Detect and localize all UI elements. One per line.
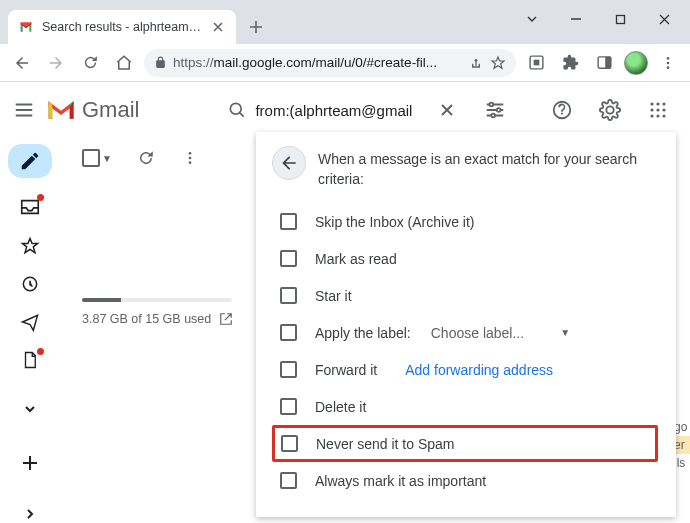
select-dropdown-icon[interactable]: ▼ (102, 153, 112, 164)
filter-checkbox[interactable] (280, 472, 297, 489)
browser-tab[interactable]: Search results - alphrteam@gmai... (8, 10, 236, 44)
filter-option-label: Never send it to Spam (316, 436, 455, 452)
starred-icon[interactable] (18, 236, 42, 256)
filter-option-label: Always mark it as important (315, 473, 486, 489)
filter-heading: When a message is an exact match for you… (318, 146, 658, 189)
search-box[interactable]: from:(alphrteam@gmail (213, 87, 471, 133)
chrome-menu-icon[interactable] (654, 49, 682, 77)
more-icon[interactable] (180, 148, 200, 168)
filter-option-label: Forward it (315, 362, 377, 378)
tab-title: Search results - alphrteam@gmai... (42, 20, 202, 34)
gmail-logo[interactable]: Gmail (46, 97, 139, 123)
url-text: https://mail.google.com/mail/u/0/#create… (173, 55, 462, 70)
svg-point-25 (189, 161, 192, 164)
nav-reload-icon[interactable] (76, 49, 104, 77)
svg-point-11 (492, 114, 496, 118)
filter-option-label: Star it (315, 288, 352, 304)
star-icon[interactable] (490, 55, 506, 71)
snoozed-icon[interactable] (18, 274, 42, 294)
svg-point-9 (490, 103, 494, 107)
sent-icon[interactable] (18, 312, 42, 332)
new-label-icon[interactable] (18, 454, 42, 472)
filter-option-2[interactable]: Star it (272, 277, 658, 314)
filter-option-3[interactable]: Apply the label:Choose label...▼ (272, 314, 658, 351)
filter-option-5[interactable]: Delete it (272, 388, 658, 425)
left-rail (0, 138, 60, 523)
svg-point-13 (650, 102, 653, 105)
filter-checkbox[interactable] (280, 398, 297, 415)
window-close-icon[interactable] (642, 4, 686, 34)
svg-point-8 (231, 103, 242, 114)
apps-icon[interactable] (638, 90, 678, 130)
expand-icon[interactable] (18, 400, 42, 418)
tab-close-icon[interactable] (210, 19, 226, 35)
chevron-down-icon[interactable]: ▼ (560, 327, 570, 338)
filter-option-1[interactable]: Mark as read (272, 240, 658, 277)
settings-icon[interactable] (590, 90, 630, 130)
lock-icon (154, 56, 167, 69)
open-storage-icon[interactable] (219, 312, 233, 326)
svg-point-21 (662, 114, 665, 117)
drafts-icon[interactable] (18, 350, 42, 370)
filter-checkbox[interactable] (280, 287, 297, 304)
svg-point-23 (189, 152, 192, 155)
sidepanel-icon[interactable] (590, 49, 618, 77)
filter-option-label: Mark as read (315, 251, 397, 267)
add-forwarding-link[interactable]: Add forwarding address (405, 362, 553, 378)
compose-button[interactable] (8, 144, 52, 178)
extensions-icon[interactable] (556, 49, 584, 77)
inbox-icon[interactable] (18, 196, 42, 218)
select-all-checkbox[interactable]: ▼ (82, 149, 112, 167)
filter-option-0[interactable]: Skip the Inbox (Archive it) (272, 203, 658, 240)
new-tab-button[interactable] (242, 13, 270, 41)
support-icon[interactable] (542, 90, 582, 130)
filter-option-4[interactable]: Forward itAdd forwarding address (272, 351, 658, 388)
choose-label-dropdown[interactable]: Choose label... (431, 325, 524, 341)
svg-point-17 (656, 108, 659, 111)
svg-point-24 (189, 157, 192, 160)
main-menu-icon[interactable] (12, 98, 36, 122)
filter-checkbox[interactable] (280, 324, 297, 341)
svg-point-10 (497, 108, 501, 112)
svg-rect-2 (533, 60, 539, 66)
filter-checkbox[interactable] (280, 213, 297, 230)
svg-point-14 (656, 102, 659, 105)
address-bar[interactable]: https://mail.google.com/mail/u/0/#create… (144, 49, 516, 77)
search-icon[interactable] (219, 92, 255, 128)
filter-checkbox[interactable] (280, 361, 297, 378)
svg-rect-4 (605, 57, 611, 68)
filter-panel: When a message is an exact match for you… (256, 132, 676, 517)
nav-back-icon[interactable] (8, 49, 36, 77)
svg-point-18 (662, 108, 665, 111)
nav-forward-icon (42, 49, 70, 77)
extension-a-icon[interactable] (522, 49, 550, 77)
window-minimize-icon[interactable] (554, 4, 598, 34)
filter-checkbox[interactable] (280, 250, 297, 267)
refresh-icon[interactable] (136, 148, 156, 168)
svg-point-5 (667, 57, 670, 60)
clear-search-icon[interactable] (429, 92, 465, 128)
svg-point-16 (650, 108, 653, 111)
obscured-content: go er ils (674, 418, 690, 472)
search-input[interactable]: from:(alphrteam@gmail (255, 102, 429, 119)
filter-option-label: Apply the label: (315, 325, 411, 341)
window-maximize-icon[interactable] (598, 4, 642, 34)
nav-home-icon[interactable] (110, 49, 138, 77)
svg-point-20 (656, 114, 659, 117)
filter-option-label: Delete it (315, 399, 366, 415)
svg-point-7 (667, 66, 670, 69)
svg-point-19 (650, 114, 653, 117)
back-button[interactable] (272, 146, 306, 180)
profile-avatar[interactable] (624, 51, 648, 75)
filter-option-label: Skip the Inbox (Archive it) (315, 214, 475, 230)
filter-option-7[interactable]: Always mark it as important (272, 462, 658, 499)
share-icon[interactable] (468, 55, 484, 71)
filter-option-6[interactable]: Never send it to Spam (272, 425, 658, 462)
filter-checkbox[interactable] (281, 435, 298, 452)
svg-rect-0 (616, 15, 624, 23)
gmail-favicon (18, 19, 34, 35)
window-dropdown-icon[interactable] (510, 4, 554, 34)
search-options-icon[interactable] (475, 90, 515, 130)
collapse-icon[interactable] (18, 505, 42, 523)
svg-point-15 (662, 102, 665, 105)
